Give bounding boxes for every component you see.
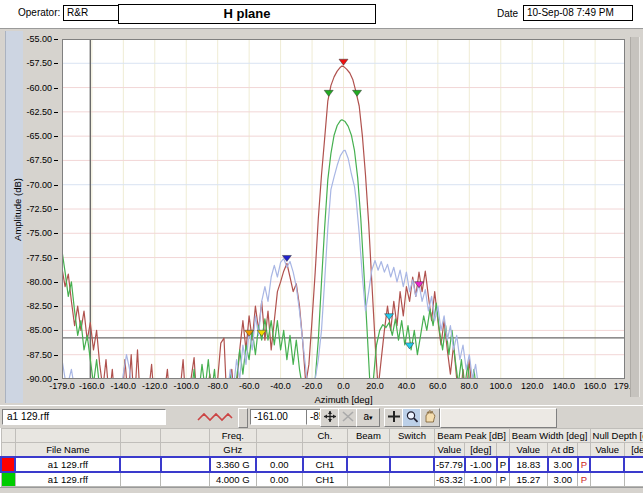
table-cell	[624, 457, 643, 472]
x-tick-label: 20.0	[366, 381, 384, 391]
table-header-row-1: Freq. Ch. Beam Switch Beam Peak [dB] Bea…	[1, 429, 643, 443]
table-cell	[624, 472, 643, 487]
table-cell: 0.00	[256, 457, 303, 472]
x-tick-label: -60.0	[239, 381, 260, 391]
cursor-style-dropdown[interactable]: a▾	[356, 408, 380, 427]
y-tick-label: -75.00	[26, 228, 58, 238]
y-tick-label: -55.00	[26, 34, 58, 44]
col-ch: Ch.	[303, 429, 348, 443]
toolbar-splitter[interactable]	[238, 408, 248, 428]
table-cell: 0.00	[256, 472, 303, 487]
table-cell: CH1	[303, 457, 348, 472]
table-cell: -1.00	[465, 472, 497, 487]
x-tick-label: -80.0	[207, 381, 228, 391]
table-cell: -57.79	[434, 457, 464, 472]
x-tick-label: -20.0	[302, 381, 323, 391]
move-cursor-button[interactable]	[320, 408, 340, 427]
y-tick-label: -87.50	[26, 350, 58, 360]
table-cell: P	[578, 457, 590, 472]
x-tick-label: -140.0	[111, 381, 137, 391]
x-tick-label: 80.0	[461, 381, 479, 391]
table-cell	[120, 472, 160, 487]
right-decor-strip	[630, 37, 640, 397]
x-tick-label: 100.0	[489, 381, 512, 391]
cursor-x-value[interactable]: -161.00	[250, 409, 307, 425]
move-cursor-icon	[321, 410, 339, 423]
graph-toolbar: a1 129.rff -161.00 -85.77 a▾	[0, 405, 643, 429]
x-tick-label: -160.0	[79, 381, 105, 391]
plot-legend-line-icon[interactable]	[196, 409, 234, 425]
col-switch: Switch	[390, 429, 435, 443]
col-ghz: GHz	[210, 443, 257, 458]
table-cell: P	[497, 472, 509, 487]
snap-cursor-button[interactable]	[338, 408, 358, 427]
bottom-scrollbar[interactable]	[0, 487, 643, 493]
col-group-null-depth: Null Depth [dB]	[590, 429, 643, 443]
col-file-name: File Name	[15, 443, 120, 458]
date-label: Date	[497, 8, 518, 19]
x-tick-label: -179.0	[49, 381, 75, 391]
date-value[interactable]: 10-Sep-08 7:49 PM	[523, 5, 633, 21]
y-tick-label: -72.50	[26, 204, 58, 214]
col-bp-deg: [deg]	[465, 443, 497, 458]
pan-tool-icon	[421, 410, 439, 423]
y-tick-label: -62.50	[26, 107, 58, 117]
table-cell: P	[497, 457, 509, 472]
col-group-beam-width: Beam Width [deg]	[509, 429, 590, 443]
table-cell: 18.83	[509, 457, 547, 472]
col-freq: Freq.	[210, 429, 257, 443]
y-tick-label: -57.50	[26, 58, 58, 68]
x-tick-label: 40.0	[398, 381, 416, 391]
table-cell: 15.27	[509, 472, 547, 487]
pan-tool-button[interactable]	[420, 408, 440, 427]
table-cell	[161, 457, 210, 472]
col-bp-value: Value	[434, 443, 464, 458]
operator-label: Operator:	[18, 7, 60, 18]
x-tick-label: 0.0	[337, 381, 350, 391]
x-tick-label: -120.0	[142, 381, 168, 391]
table-row[interactable]: a1 129.rff3.360 G0.00CH1-57.79-1.00P18.8…	[1, 457, 643, 472]
table-cell	[120, 457, 160, 472]
y-tick-label: -65.00	[26, 131, 58, 141]
page-title: H plane	[118, 4, 376, 24]
table-row[interactable]: a1 129.rff4.000 G0.00CH1-63.32-1.00P15.2…	[1, 472, 643, 487]
y-tick-label: -80.00	[26, 277, 58, 287]
y-tick-label: -82.50	[26, 301, 58, 311]
x-tick-label: -40.0	[270, 381, 291, 391]
table-cell	[390, 472, 435, 487]
table-cell	[590, 472, 624, 487]
y-tick-label: -85.00	[26, 325, 58, 335]
table-cell: -1.00	[465, 457, 497, 472]
top-header-bar: Operator: R&R H plane Date 10-Sep-08 7:4…	[0, 0, 643, 28]
zoom-tool-button[interactable]	[402, 408, 422, 427]
table-cell: P	[578, 472, 590, 487]
y-tick-label: -77.50	[26, 253, 58, 263]
crosshair-tool-icon	[385, 410, 403, 423]
table-cell: 3.00	[548, 472, 578, 487]
col-nd-value: Value	[590, 443, 624, 458]
table-cell	[590, 457, 624, 472]
table-cell: 3.00	[548, 457, 578, 472]
crosshair-tool-button[interactable]	[384, 408, 404, 427]
table-header-row-2: File Name GHz Value [deg] Value At dB Va…	[1, 443, 643, 458]
table-cell: 3.360 G	[210, 457, 257, 472]
table-cell: a1 129.rff	[15, 472, 120, 487]
active-plot-filename[interactable]: a1 129.rff	[2, 409, 166, 425]
toolbar-blank-panel	[440, 408, 557, 428]
trace-color-swatch[interactable]	[1, 457, 15, 472]
table-cell: CH1	[303, 472, 348, 487]
col-bw-value: Value	[509, 443, 547, 458]
zoom-tool-icon	[403, 410, 421, 423]
y-axis-labels: -55.00-57.50-60.00-62.50-65.00-67.50-70.…	[0, 39, 58, 379]
x-tick-label: 140.0	[552, 381, 575, 391]
col-group-beam-peak: Beam Peak [dB]	[434, 429, 509, 443]
x-tick-label: 160.0	[584, 381, 607, 391]
col-nd-deg: [deg]	[624, 443, 643, 458]
table-cell	[347, 472, 390, 487]
trace-color-swatch[interactable]	[1, 472, 15, 487]
table-cell: -63.32	[434, 472, 464, 487]
table-cell: a1 129.rff	[15, 457, 120, 472]
chevron-down-icon: ▾	[369, 414, 373, 421]
x-axis-title: Azimuth [deg]	[62, 394, 625, 405]
plot-canvas[interactable]	[62, 39, 625, 379]
